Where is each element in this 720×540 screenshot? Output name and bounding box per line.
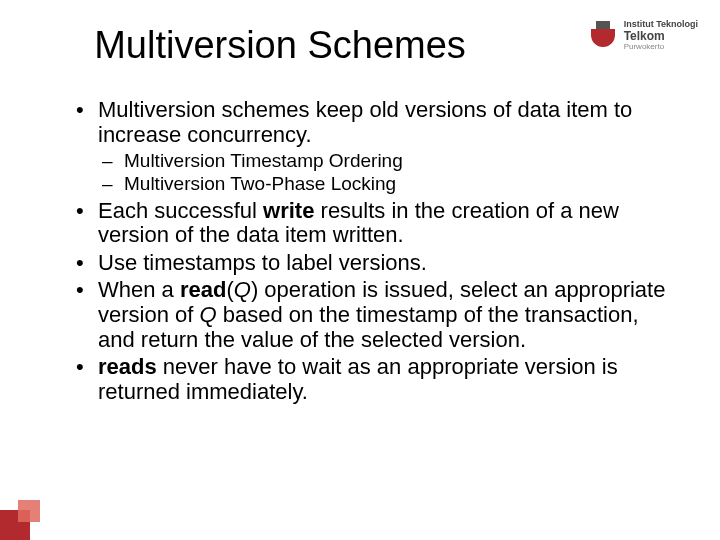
- bullet-text-segment: read: [180, 277, 226, 302]
- slide-title: Multiversion Schemes: [0, 24, 560, 67]
- sub-bullet-list: Multiversion Timestamp OrderingMultivers…: [98, 149, 680, 195]
- bullet-text-segment: never have to wait as an appropriate ver…: [98, 354, 618, 404]
- logo-mark-icon: [588, 21, 618, 51]
- sub-bullet-item: Multiversion Two-Phase Locking: [98, 172, 680, 195]
- corner-decoration-icon: [0, 480, 60, 540]
- bullet-text-segment: When a: [98, 277, 180, 302]
- bullet-item: When a read(Q) operation is issued, sele…: [72, 278, 680, 352]
- bullet-list: Multiversion schemes keep old versions o…: [72, 98, 680, 405]
- institution-logo: Institut Teknologi Telkom Purwokerto: [588, 20, 698, 52]
- bullet-text-segment: Q: [234, 277, 251, 302]
- bullet-text-segment: Q: [200, 302, 217, 327]
- bullet-text-segment: write: [263, 198, 314, 223]
- bullet-item: Use timestamps to label versions.: [72, 251, 680, 276]
- bullet-text-segment: reads: [98, 354, 157, 379]
- bullet-item: Each successful write results in the cre…: [72, 199, 680, 248]
- slide: Institut Teknologi Telkom Purwokerto Mul…: [0, 0, 720, 540]
- bullet-text-segment: Each successful: [98, 198, 263, 223]
- sub-bullet-item: Multiversion Timestamp Ordering: [98, 149, 680, 172]
- logo-text: Institut Teknologi Telkom Purwokerto: [624, 20, 698, 52]
- bullet-item: reads never have to wait as an appropria…: [72, 355, 680, 404]
- bullet-text-segment: Multiversion schemes keep old versions o…: [98, 97, 632, 147]
- logo-line3: Purwokerto: [624, 43, 698, 52]
- slide-content: Multiversion schemes keep old versions o…: [72, 98, 680, 408]
- bullet-text-segment: (: [226, 277, 233, 302]
- bullet-text-segment: Use timestamps to label versions.: [98, 250, 427, 275]
- bullet-item: Multiversion schemes keep old versions o…: [72, 98, 680, 196]
